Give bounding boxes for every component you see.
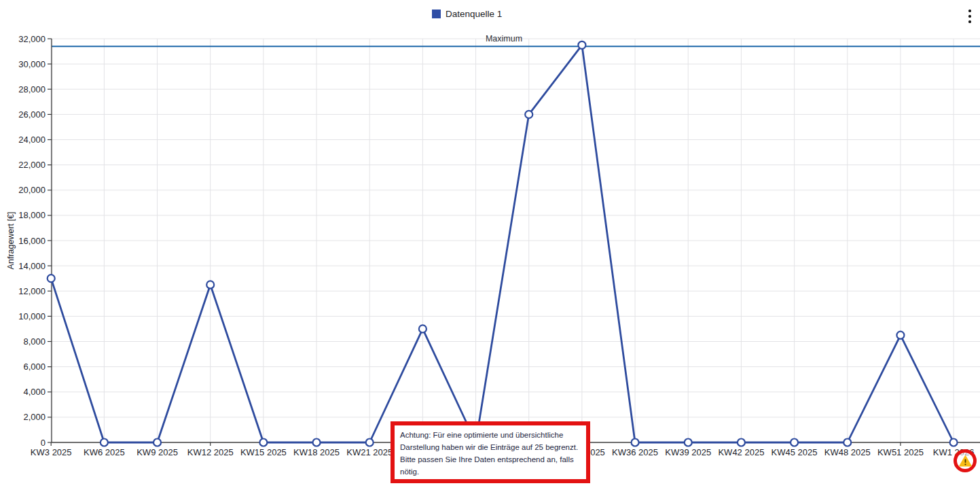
- x-axis-tick-label: KW21 2025: [346, 447, 393, 457]
- data-point-marker[interactable]: [685, 439, 692, 447]
- warning-ring-highlight[interactable]: [954, 449, 977, 472]
- y-axis-tick-label: 28,000: [18, 84, 46, 94]
- x-axis-tick-label: KW45 2025: [772, 447, 818, 457]
- y-axis-tick-label: 2,000: [23, 412, 46, 422]
- data-point-marker[interactable]: [366, 439, 374, 447]
- y-axis-tick-label: 22,000: [18, 160, 46, 170]
- x-axis-tick-label: KW12 2025: [187, 447, 234, 457]
- y-axis-tick-label: 4,000: [23, 387, 46, 397]
- data-point-marker[interactable]: [896, 332, 904, 339]
- x-axis-tick-label: KW36 2025: [612, 447, 658, 457]
- data-point-marker[interactable]: [48, 275, 55, 282]
- data-point-marker[interactable]: [632, 439, 639, 447]
- y-axis-tick-label: 14,000: [18, 261, 46, 271]
- data-point-marker[interactable]: [259, 439, 267, 447]
- data-point-marker[interactable]: [101, 439, 108, 447]
- x-axis-tick-label: KW39 2025: [665, 447, 711, 457]
- x-axis-tick-label: KW48 2025: [824, 447, 871, 457]
- chart-page: Datenquelle 1 Anfragewert [€] Maximum02,…: [0, 0, 980, 490]
- y-axis-tick-label: 26,000: [18, 109, 46, 120]
- y-axis-tick-label: 8,000: [23, 336, 46, 347]
- data-point-marker[interactable]: [738, 439, 745, 447]
- x-axis-tick-label: KW15 2025: [240, 447, 287, 457]
- y-axis-tick-label: 6,000: [23, 362, 46, 372]
- x-axis-tick-label: KW9 2025: [137, 447, 178, 457]
- y-axis-tick-label: 24,000: [18, 135, 46, 145]
- data-point-marker[interactable]: [206, 281, 214, 288]
- x-axis-tick-label: KW18 2025: [293, 447, 340, 457]
- x-axis-tick-label: KW42 2025: [718, 447, 764, 457]
- x-axis-tick-label: KW3 2025: [31, 447, 72, 457]
- data-point-marker[interactable]: [791, 439, 798, 447]
- line-chart-plot-area: Maximum02,0004,0006,0008,00010,00012,000…: [0, 0, 980, 490]
- data-point-marker[interactable]: [525, 111, 532, 118]
- y-axis-tick-label: 30,000: [18, 59, 46, 69]
- y-axis-tick-label: 20,000: [18, 185, 46, 195]
- y-axis-tick-label: 0: [41, 438, 46, 448]
- series-line: [51, 45, 954, 442]
- data-point-marker[interactable]: [578, 41, 585, 49]
- data-point-marker[interactable]: [950, 439, 958, 447]
- data-point-marker[interactable]: [843, 439, 851, 447]
- y-axis-tick-label: 18,000: [18, 210, 46, 220]
- warning-triangle-icon: [959, 455, 972, 467]
- x-axis-tick-label: KW51 2025: [877, 447, 924, 457]
- data-point-marker[interactable]: [313, 439, 321, 447]
- data-point-marker[interactable]: [419, 325, 427, 332]
- y-axis-tick-label: 32,000: [18, 34, 46, 44]
- y-axis-tick-label: 16,000: [18, 236, 46, 246]
- limit-warning-tooltip: Achtung: Für eine optimierte und übersic…: [391, 421, 590, 483]
- y-axis-tick-label: 10,000: [18, 311, 46, 321]
- max-line-label: Maximum: [486, 34, 522, 43]
- y-axis-tick-label: 12,000: [18, 286, 46, 296]
- x-axis-tick-label: KW6 2025: [84, 447, 125, 457]
- data-point-marker[interactable]: [153, 439, 161, 447]
